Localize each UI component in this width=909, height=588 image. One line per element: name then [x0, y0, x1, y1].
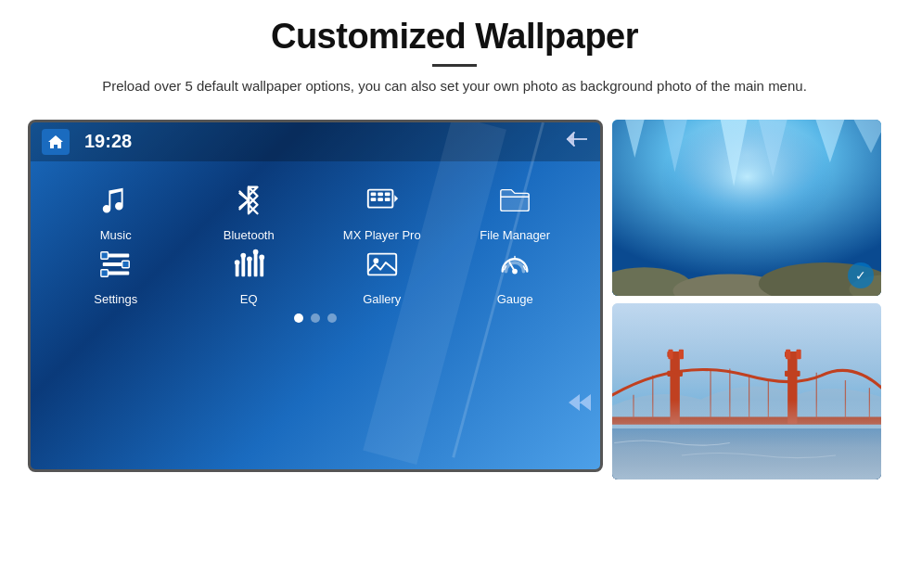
dot-3[interactable] [327, 313, 337, 323]
page-description: Preload over 5 default wallpaper options… [56, 76, 853, 97]
svg-rect-10 [101, 251, 109, 259]
svg-point-27 [661, 120, 833, 234]
settings-label: Settings [94, 292, 137, 306]
svg-point-19 [241, 252, 247, 258]
svg-point-18 [235, 260, 240, 265]
settings-icon [94, 242, 138, 287]
page-title: Customized Wallpaper [56, 17, 853, 57]
svg-point-21 [253, 249, 259, 254]
svg-rect-60 [612, 399, 881, 479]
svg-point-24 [373, 258, 378, 263]
svg-rect-11 [122, 261, 129, 268]
page-header: Customized Wallpaper Preload over 5 defa… [0, 0, 909, 109]
app-eq[interactable]: EQ [183, 242, 316, 306]
app-music[interactable]: Music [49, 178, 183, 242]
gallery-icon [360, 242, 404, 287]
bluetooth-icon [226, 178, 271, 223]
car-screen: 19:28 Music [28, 120, 603, 472]
svg-rect-48 [785, 370, 800, 376]
main-content: 19:28 Music [0, 109, 909, 489]
svg-rect-15 [248, 261, 251, 276]
golden-gate-image [612, 303, 881, 479]
back-icon[interactable] [565, 130, 589, 154]
svg-rect-44 [668, 349, 672, 358]
svg-rect-23 [368, 253, 396, 275]
svg-rect-5 [378, 198, 383, 201]
bluetooth-label: Bluetooth [224, 228, 275, 242]
svg-rect-2 [378, 192, 383, 196]
screen-topbar: 19:28 [31, 122, 600, 161]
title-divider [432, 64, 477, 67]
svg-rect-49 [786, 349, 790, 358]
svg-point-25 [512, 268, 518, 274]
clock-display: 19:28 [84, 131, 132, 152]
dot-1[interactable] [294, 313, 303, 323]
folder-icon [493, 178, 537, 223]
eq-icon [226, 242, 271, 287]
svg-rect-4 [370, 198, 376, 201]
app-grid: Music Bluetooth [31, 161, 600, 313]
gallery-label: Gallery [363, 292, 401, 306]
svg-point-22 [260, 254, 265, 260]
music-label: Music [100, 228, 132, 242]
svg-rect-12 [101, 269, 109, 276]
gauge-label: Gauge [497, 292, 533, 306]
svg-rect-6 [385, 198, 390, 201]
svg-rect-3 [385, 192, 390, 196]
pagination-dots [31, 313, 600, 332]
svg-rect-14 [242, 257, 246, 276]
svg-rect-1 [370, 192, 376, 196]
svg-rect-13 [236, 264, 239, 276]
home-icon[interactable] [42, 129, 70, 155]
video-icon [360, 178, 404, 223]
svg-rect-45 [679, 349, 684, 358]
svg-rect-50 [796, 349, 800, 358]
svg-rect-17 [261, 259, 264, 276]
ice-cave-image: ✓ [612, 120, 881, 296]
eq-label: EQ [240, 292, 258, 306]
svg-rect-16 [254, 253, 258, 276]
app-bluetooth[interactable]: Bluetooth [183, 178, 316, 242]
side-images: ✓ [612, 120, 881, 479]
music-icon [94, 178, 138, 223]
checkmark-icon: ✓ [848, 262, 874, 288]
mxplayer-label: MX Player Pro [343, 228, 421, 242]
dot-2[interactable] [311, 313, 320, 323]
skip-prev-button[interactable] [567, 392, 593, 418]
svg-point-20 [247, 256, 252, 262]
app-settings[interactable]: Settings [49, 242, 183, 306]
